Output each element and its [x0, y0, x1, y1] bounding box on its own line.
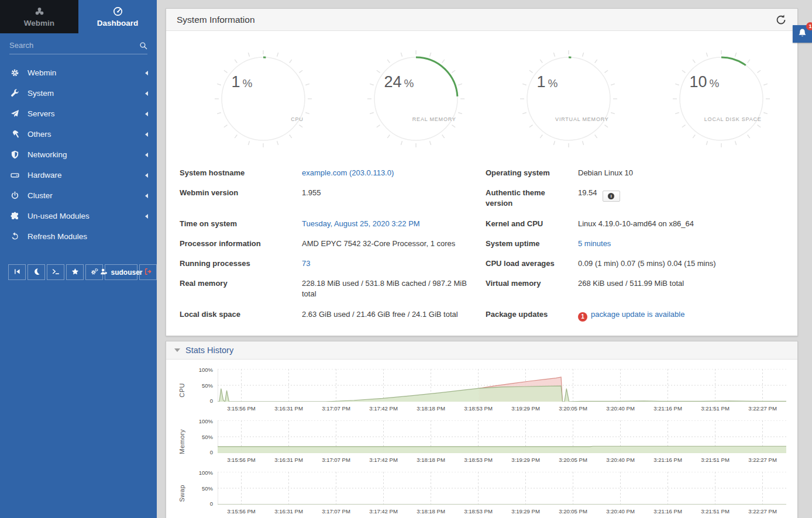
system-information-header: System Information [166, 9, 797, 31]
info-value-processor-information: AMD EPYC 7542 32-Core Processor, 1 cores [302, 234, 486, 254]
info-text: AMD EPYC 7542 32-Core Processor, 1 cores [302, 239, 455, 248]
sidebar-item-refresh-modules[interactable]: Refresh Modules [0, 226, 157, 247]
info-text: 228.18 MiB used / 531.8 MiB cached / 987… [302, 279, 467, 298]
sidebar-item-un-used-modules[interactable]: Un-used Modules [0, 206, 157, 226]
chevron-left-icon [145, 214, 148, 219]
stats-charts: CPU100%50%03:15:56 PM3:16:31 PM3:17:07 P… [166, 360, 797, 518]
chart-y-ticks: 100%50%0 [190, 472, 218, 505]
refresh-icon [11, 232, 20, 241]
info-link[interactable]: example.com (203.0.113.0) [302, 168, 394, 177]
info-value-cpu-load-averages: 0.09 (1 min) 0.07 (5 mins) 0.04 (15 mins… [578, 254, 783, 274]
chart-x-tick: 3:15:56 PM [227, 508, 256, 514]
chart-y-tick: 0 [210, 398, 213, 404]
caret-down-icon [174, 348, 180, 352]
system-info-grid: System hostnameexample.com (203.0.113.0)… [166, 154, 797, 336]
info-value-kernel-and-cpu: Linux 4.19.0-10-amd64 on x86_64 [578, 214, 783, 234]
terminal-icon [52, 267, 60, 278]
sidebar-item-label: Hardware [27, 171, 145, 179]
stats-history-title: Stats History [185, 346, 233, 355]
chart-y-tick: 0 [210, 449, 213, 455]
chevron-left-icon [145, 173, 148, 178]
collapse-sidebar-icon [13, 267, 21, 278]
theme-info-button[interactable] [603, 191, 620, 202]
chart-axis-title-text: CPU [178, 383, 185, 398]
info-label-running-processes: Running processes [180, 254, 302, 274]
info-value-running-processes: 73 [302, 254, 486, 274]
tab-webmin[interactable]: Webmin [0, 0, 78, 33]
sidebar-item-system[interactable]: System [0, 83, 157, 103]
chart-x-tick: 3:20:40 PM [606, 405, 635, 412]
sidebar-item-cluster[interactable]: Cluster [0, 185, 157, 206]
chart-y-ticks: 100%50%0 [190, 369, 218, 402]
info-label-system-uptime: System uptime [486, 234, 578, 254]
sidebar-item-hardware[interactable]: Hardware [0, 165, 157, 185]
chart-y-tick: 50% [202, 382, 213, 389]
sidebar-item-networking[interactable]: Networking [0, 144, 157, 165]
chart-x-tick: 3:22:27 PM [748, 457, 777, 463]
chart-x-labels: 3:15:56 PM3:16:31 PM3:17:07 PM3:17:42 PM… [218, 453, 786, 464]
info-link[interactable]: Tuesday, August 25, 2020 3:22 PM [302, 219, 420, 228]
tab-webmin-label: Webmin [24, 19, 54, 27]
info-value-virtual-memory: 268 KiB used / 511.99 MiB total [578, 274, 783, 304]
info-link[interactable]: 5 minutes [578, 239, 611, 248]
chart-x-tick: 3:20:40 PM [606, 508, 635, 514]
info-value-time-on-system: Tuesday, August 25, 2020 3:22 PM [302, 214, 486, 234]
puzzle-icon [11, 212, 20, 220]
chart-y-tick: 0 [210, 500, 213, 507]
sidebar-item-webmin[interactable]: Webmin [0, 63, 157, 83]
gauge-percent: 10% [689, 73, 719, 91]
info-link[interactable]: package update is available [591, 310, 684, 319]
stats-history-header[interactable]: Stats History [166, 341, 797, 360]
info-value-package-updates: 1package update is available [578, 305, 783, 326]
star-icon [71, 267, 79, 278]
chart-x-labels: 3:15:56 PM3:16:31 PM3:17:07 PM3:17:42 PM… [218, 402, 786, 412]
user-button[interactable]: sudouser [105, 264, 137, 280]
collapse-sidebar-button[interactable] [8, 264, 26, 280]
chart-x-tick: 3:22:27 PM [748, 405, 777, 412]
chart-y-tick: 100% [199, 418, 213, 424]
chart-axis-title: Swap [174, 472, 190, 515]
chart-x-tick: 3:16:31 PM [274, 457, 303, 463]
terminal-button[interactable] [47, 264, 64, 280]
chart-x-tick: 3:17:07 PM [322, 508, 350, 514]
notification-bell-button[interactable]: 1 [793, 25, 812, 43]
package-count-badge: 1 [578, 312, 587, 322]
gauge-dial [212, 47, 315, 150]
info-text: 19.54 [578, 188, 597, 197]
gauge-dial [517, 47, 620, 150]
chart-x-tick: 3:18:18 PM [417, 457, 445, 463]
logout-icon [144, 267, 152, 278]
sidebar-item-others[interactable]: Others [0, 124, 157, 144]
moon-button[interactable] [27, 264, 45, 280]
wrench-icon [11, 89, 20, 98]
chevron-left-icon [145, 194, 148, 198]
gauge-percent-value: 24 [384, 73, 401, 91]
gauge-local-disk-space: 10%LOCAL DISK SPACE [670, 47, 773, 154]
chart-axis-title-text: Swap [178, 485, 185, 502]
gears-icon [91, 267, 98, 278]
info-link[interactable]: 73 [302, 259, 310, 268]
info-label-real-memory: Real memory [180, 274, 302, 304]
chart-x-tick: 3:17:42 PM [369, 405, 398, 412]
chart-x-tick: 3:21:51 PM [701, 457, 730, 463]
gauge-percent-value: 1 [231, 73, 240, 91]
gauge-percent-value: 10 [689, 73, 707, 91]
refresh-icon[interactable] [775, 14, 787, 26]
tab-dashboard[interactable]: Dashboard [78, 0, 157, 33]
chart-y-tick: 100% [199, 469, 213, 476]
sidebar-item-servers[interactable]: Servers [0, 103, 157, 124]
chart-x-tick: 3:20:40 PM [606, 457, 635, 463]
search-input[interactable] [9, 41, 139, 50]
sidebar-toolbar: sudouser [8, 264, 157, 280]
info-value-operating-system: Debian Linux 10 [578, 163, 783, 183]
chart-swap: Swap100%50%03:15:56 PM3:16:31 PM3:17:07 … [174, 472, 786, 515]
logout-button[interactable] [139, 264, 157, 280]
paper-plane-icon [11, 109, 20, 118]
gauge-percent: 1% [536, 73, 558, 91]
chart-x-tick: 3:18:53 PM [464, 457, 493, 463]
chevron-left-icon [145, 153, 148, 157]
star-button[interactable] [66, 264, 84, 280]
chart-y-tick: 100% [199, 367, 213, 373]
sidebar-item-label: Cluster [27, 191, 145, 200]
search-icon[interactable] [139, 42, 147, 50]
